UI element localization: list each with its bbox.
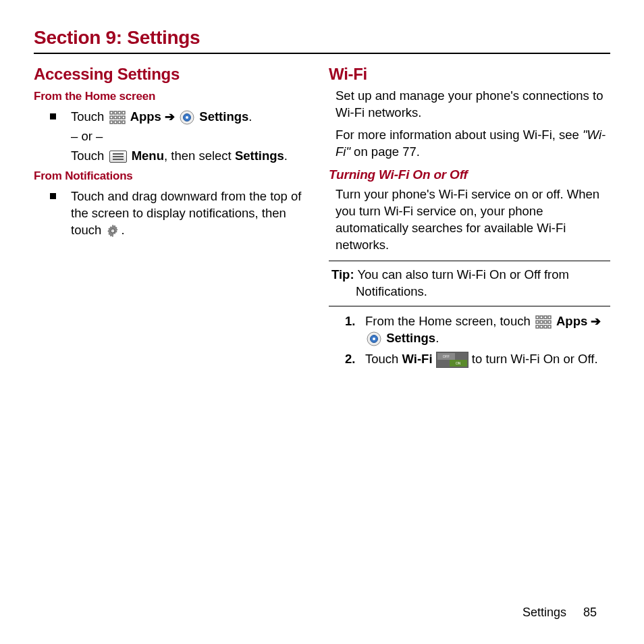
apps-grid-icon xyxy=(109,111,126,124)
bullet-icon xyxy=(50,113,56,119)
apps-grid-icon xyxy=(535,315,552,329)
settings-gear-icon xyxy=(180,110,194,125)
step-text: Touch Wi-Fi OFFON to turn Wi-Fi On or Of… xyxy=(365,351,610,368)
text: to turn Wi-Fi On or Off. xyxy=(472,352,598,366)
text: Touch xyxy=(71,109,108,124)
svg-rect-10 xyxy=(118,121,121,124)
svg-rect-19 xyxy=(548,316,551,319)
heading-accessing-settings: Accessing Settings xyxy=(34,63,315,85)
label-settings: Settings xyxy=(199,109,248,124)
or-text: – or – xyxy=(71,128,315,145)
step-number: 1. xyxy=(345,313,365,330)
label-menu: Menu xyxy=(132,149,164,163)
bullet-icon xyxy=(50,193,56,199)
step-text: From the Home screen, touch Apps ➔ xyxy=(365,313,610,347)
svg-rect-6 xyxy=(118,116,121,119)
text: . xyxy=(121,223,124,237)
svg-point-14 xyxy=(186,116,188,119)
toggle-switch-icon: OFFON xyxy=(436,352,468,368)
svg-rect-26 xyxy=(544,325,547,328)
step-item: 1. From the Home screen, touch Apps ➔ xyxy=(345,313,610,347)
step-item: 2. Touch Wi-Fi OFFON to turn Wi-Fi On or… xyxy=(345,351,610,368)
svg-rect-16 xyxy=(536,316,539,319)
tip-box: Tip: You can also turn Wi-Fi On or Off f… xyxy=(329,261,610,306)
text: , then select xyxy=(164,149,235,163)
label-wifi: Wi-Fi xyxy=(402,352,433,366)
text: on page 77. xyxy=(350,144,420,159)
svg-rect-7 xyxy=(122,116,125,119)
bullet-item: Touch Apps ➔ xyxy=(50,109,315,165)
svg-rect-11 xyxy=(122,121,125,124)
svg-rect-18 xyxy=(544,316,547,319)
page-number: 85 xyxy=(583,606,597,619)
section-title: Section 9: Settings xyxy=(34,27,610,54)
page-footer: Settings 85 xyxy=(522,606,597,620)
heading-wifi: Wi-Fi xyxy=(329,63,610,85)
svg-rect-17 xyxy=(540,316,543,319)
label-settings: Settings xyxy=(235,149,284,163)
svg-point-15 xyxy=(111,229,115,233)
svg-rect-5 xyxy=(114,116,117,119)
svg-rect-4 xyxy=(110,116,113,119)
svg-rect-23 xyxy=(548,321,551,323)
svg-rect-1 xyxy=(114,111,117,114)
label-apps: Apps xyxy=(130,109,165,124)
arrow-icon: ➔ xyxy=(591,315,601,328)
svg-rect-22 xyxy=(544,321,547,323)
content-columns: Accessing Settings From the Home screen … xyxy=(34,63,610,372)
svg-rect-9 xyxy=(114,121,117,124)
subheading-from-notifications: From Notifications xyxy=(34,169,315,184)
gear-icon xyxy=(106,224,119,238)
svg-rect-8 xyxy=(110,121,113,124)
svg-rect-21 xyxy=(540,321,543,323)
svg-rect-20 xyxy=(536,321,539,323)
bullet-item: Touch and drag downward from the top of … xyxy=(50,188,315,239)
label-apps: Apps xyxy=(556,314,591,328)
tip-text: Notifications. xyxy=(356,284,608,300)
right-column: Wi-Fi Set up and manage your phone's con… xyxy=(329,63,610,372)
svg-rect-0 xyxy=(110,111,113,114)
text: For more information about using Wi-Fi, … xyxy=(336,128,583,142)
paragraph: Set up and manage your phone's connectio… xyxy=(336,88,610,122)
arrow-icon: ➔ xyxy=(165,110,175,124)
left-column: Accessing Settings From the Home screen … xyxy=(34,63,315,372)
settings-gear-icon xyxy=(367,331,381,346)
menu-icon xyxy=(109,151,127,163)
footer-label: Settings xyxy=(522,606,566,619)
label-settings: Settings xyxy=(386,331,435,345)
subheading-from-home: From the Home screen xyxy=(34,89,315,105)
svg-rect-27 xyxy=(548,325,551,328)
bullet-text: Touch Apps ➔ xyxy=(71,109,315,165)
svg-rect-25 xyxy=(540,325,543,328)
svg-rect-24 xyxy=(536,325,539,328)
text: Touch and drag downward from the top of … xyxy=(71,189,301,237)
paragraph: Turn your phone's Wi-Fi service on or of… xyxy=(336,186,610,254)
tip-label: Tip: xyxy=(331,267,354,281)
subheading-turning-wifi: Turning Wi-Fi On or Off xyxy=(329,166,610,184)
text: Touch xyxy=(71,149,108,163)
text: From the Home screen, touch xyxy=(365,314,534,328)
paragraph: For more information about using Wi-Fi, … xyxy=(336,127,610,161)
step-number: 2. xyxy=(345,351,365,368)
bullet-text: Touch and drag downward from the top of … xyxy=(71,188,315,239)
svg-rect-2 xyxy=(118,111,121,114)
svg-point-30 xyxy=(373,338,375,340)
svg-rect-3 xyxy=(122,111,125,114)
text: Touch xyxy=(365,352,402,366)
tip-text: You can also turn Wi-Fi On or Off from xyxy=(354,267,569,281)
